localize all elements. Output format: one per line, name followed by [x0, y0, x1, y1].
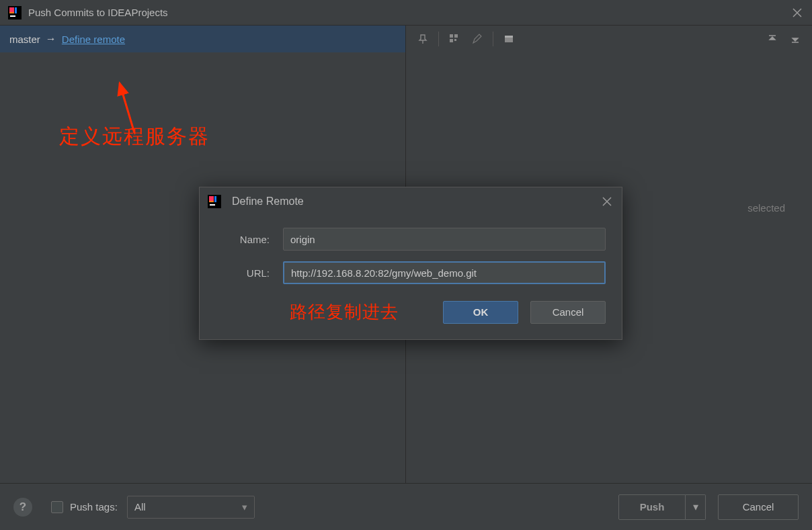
modal-cancel-button[interactable]: Cancel — [530, 301, 606, 324]
cancel-button[interactable]: Cancel — [718, 494, 799, 520]
svg-rect-11 — [505, 36, 513, 38]
svg-rect-2 — [9, 12, 14, 13]
collapse-icon[interactable] — [762, 29, 782, 49]
url-label: URL: — [216, 267, 270, 279]
ok-button[interactable]: OK — [443, 301, 518, 324]
push-tags-label: Push tags: — [70, 501, 118, 513]
svg-rect-16 — [210, 204, 215, 206]
titlebar: Push Commits to IDEAProjects — [0, 0, 812, 26]
grid-icon[interactable] — [444, 29, 464, 49]
push-dialog: Push Commits to IDEAProjects master → De… — [0, 0, 812, 530]
branch-row[interactable]: master → Define remote — [0, 26, 405, 52]
push-dropdown-icon[interactable]: ▾ — [686, 494, 706, 520]
svg-rect-7 — [454, 34, 458, 38]
define-remote-dialog: Define Remote Name: URL: 路径复制进去 OK Cance… — [199, 187, 622, 340]
name-label: Name: — [216, 234, 270, 245]
preview-icon[interactable] — [499, 29, 519, 49]
svg-rect-1 — [9, 7, 14, 12]
separator — [438, 32, 439, 46]
svg-rect-4 — [10, 15, 15, 17]
url-input[interactable] — [283, 261, 606, 284]
pin-icon[interactable] — [413, 29, 433, 49]
name-input[interactable] — [283, 228, 606, 251]
bottom-bar: ? Push tags: All ▾ Push ▾ Cancel — [0, 483, 812, 530]
separator — [493, 32, 493, 46]
window-title: Push Commits to IDEAProjects — [28, 7, 790, 18]
push-tags-checkbox[interactable] — [51, 501, 63, 513]
modal-title: Define Remote — [232, 195, 600, 208]
push-button-group: Push ▾ — [618, 494, 706, 520]
right-toolbar — [406, 26, 812, 52]
modal-body: Name: URL: — [200, 216, 622, 290]
svg-rect-8 — [450, 39, 453, 42]
edit-icon[interactable] — [467, 29, 487, 49]
svg-rect-13 — [209, 196, 214, 201]
annotation-copy-path: 路径复制进去 — [290, 300, 399, 324]
svg-rect-6 — [450, 34, 453, 38]
tags-combo[interactable]: All ▾ — [127, 496, 255, 519]
selected-label: selected — [747, 202, 785, 214]
modal-titlebar: Define Remote — [200, 187, 622, 216]
annotation-define-server: 定义远程服务器 — [59, 123, 210, 150]
svg-rect-14 — [209, 201, 214, 202]
push-button[interactable]: Push — [618, 494, 686, 520]
svg-rect-15 — [214, 196, 216, 202]
help-icon[interactable]: ? — [13, 498, 32, 517]
expand-icon[interactable] — [785, 29, 805, 49]
modal-buttons: 路径复制进去 OK Cancel — [200, 290, 622, 324]
intellij-icon — [8, 6, 22, 19]
modal-close-icon[interactable] — [600, 195, 614, 208]
arrow-icon: → — [46, 33, 56, 45]
chevron-down-icon: ▾ — [242, 501, 247, 513]
branch-name: master — [9, 34, 40, 45]
svg-rect-3 — [15, 7, 17, 13]
define-remote-link[interactable]: Define remote — [62, 34, 125, 45]
tags-combo-value: All — [134, 501, 146, 513]
close-icon[interactable] — [790, 6, 804, 19]
svg-rect-9 — [454, 39, 456, 41]
intellij-icon — [208, 195, 221, 208]
